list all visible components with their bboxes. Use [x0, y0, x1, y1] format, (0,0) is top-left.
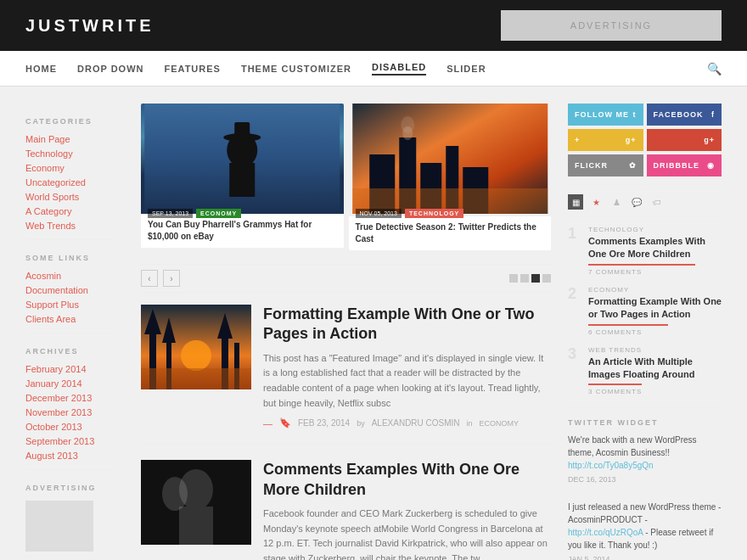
popular-title-3[interactable]: An Article With Multiple Images Floating…	[588, 356, 722, 382]
article-1-by: by	[357, 419, 365, 428]
sidebar-archive-aug13[interactable]: August 2013	[25, 451, 114, 461]
sidebar-link-documentation[interactable]: Documentation	[25, 285, 114, 295]
tweet-1-text: We're back with a new WordPress theme, A…	[568, 435, 697, 457]
slide1-badge: ECONOMY	[196, 209, 241, 218]
social-row-2: + g+ g+	[568, 129, 722, 151]
tweet-2-link[interactable]: http://t.co/qUzRQoA	[568, 528, 643, 537]
sidebar-link-webtrends[interactable]: Web Trends	[25, 221, 114, 231]
sidebar-archive-jan14[interactable]: January 2014	[25, 378, 114, 389]
sidebar-archive-nov13[interactable]: November 2013	[25, 407, 114, 417]
sidebar-archive-oct13[interactable]: October 2013	[25, 422, 114, 432]
nav-slider[interactable]: SLIDER	[447, 64, 486, 74]
gplus-btn[interactable]: + g+	[568, 129, 643, 151]
filter-star-icon[interactable]: ★	[588, 194, 604, 210]
sidebar-link-technology[interactable]: Technology	[25, 148, 114, 159]
sidebar-archive-feb14[interactable]: February 2014	[25, 364, 114, 374]
follow-label: FOLLOW ME	[575, 110, 629, 119]
archives-title: ARCHIVES	[25, 347, 114, 356]
filter-user-icon[interactable]: ♟	[609, 194, 624, 210]
flickr-label: FLICKR	[575, 161, 608, 170]
sidebar-link-economy[interactable]: Economy	[25, 163, 114, 173]
popular-comments-1: 7 COMMENTS	[588, 268, 722, 276]
popular-title-1[interactable]: Comments Examples With One Ore More Chil…	[588, 235, 722, 261]
sidebar-link-acategory[interactable]: A Category	[25, 206, 114, 216]
article-2: Comments Examples With One Ore More Chil…	[141, 460, 551, 560]
popular-cat-3: WEB TRENDS	[588, 346, 722, 354]
slider-navigation: ‹ ›	[141, 264, 551, 293]
header: JUSTWRITE ADVERTISING	[0, 0, 747, 51]
nav-customizer[interactable]: THEME CUSTOMIZER	[241, 64, 351, 74]
sidebar-link-uncategorized[interactable]: Uncategorized	[25, 177, 114, 188]
article-1-minus-icon[interactable]: —	[263, 418, 272, 428]
sidebar-archive-sep13[interactable]: September 2013	[25, 436, 114, 446]
flickr-btn[interactable]: FLICKR ✿	[568, 154, 643, 176]
article-1-date: FEB 23, 2014	[298, 418, 350, 428]
slider-dot-2[interactable]	[520, 274, 529, 283]
slide-2[interactable]: NOV 05, 2013 TECHNOLOGY True Detective S…	[349, 104, 552, 250]
social-row-1: FOLLOW ME t FACEBOOK f	[568, 104, 722, 126]
popular-cat-1: TECHNOLOGY	[588, 226, 722, 233]
article-1: Formatting Example With One or Two Pages…	[141, 305, 551, 445]
left-sidebar: CATEGORIES Main Page Technology Economy …	[25, 104, 127, 560]
nav-disabled[interactable]: DISABLED	[372, 62, 426, 76]
follow-btn[interactable]: FOLLOW ME t	[568, 104, 643, 126]
slide2-date: NOV 05, 2013	[356, 209, 402, 218]
slide-1[interactable]: SEP 13, 2013 ECONOMY You Can Buy Pharrel…	[141, 104, 344, 250]
gplus2-btn[interactable]: g+	[647, 129, 722, 151]
nav-dropdown[interactable]: DROP DOWN	[77, 64, 143, 74]
tweet-1-link[interactable]: http://t.co/Ty0a8y5gQn	[568, 461, 654, 470]
search-icon[interactable]: 🔍	[707, 62, 722, 76]
popular-title-2[interactable]: Formatting Example With One or Two Pages…	[588, 295, 722, 322]
sidebar-link-clients[interactable]: Clients Area	[25, 314, 114, 324]
dribbble-icon: ◉	[707, 161, 715, 170]
facebook-btn[interactable]: FACEBOOK f	[647, 104, 722, 126]
sidebar-archive-dec13[interactable]: December 2013	[25, 393, 114, 403]
filter-tag-icon[interactable]: 🏷	[649, 194, 665, 210]
dribbble-label: DRIBBBLE	[654, 161, 700, 170]
social-row-3: FLICKR ✿ DRIBBBLE ◉	[568, 154, 722, 176]
nav-links: HOME DROP DOWN FEATURES THEME CUSTOMIZER…	[25, 62, 486, 76]
filter-grid-icon[interactable]: ▦	[568, 194, 583, 210]
article-2-thumbnail	[141, 460, 251, 560]
sidebar-link-acosmin[interactable]: Acosmin	[25, 271, 114, 281]
page-layout: CATEGORIES Main Page Technology Economy …	[0, 87, 747, 560]
svg-point-27	[162, 477, 188, 511]
featured-slider: SEP 13, 2013 ECONOMY You Can Buy Pharrel…	[141, 104, 551, 250]
slider-prev[interactable]: ‹	[141, 270, 158, 287]
svg-rect-4	[234, 122, 250, 139]
logo: JUSTWRITE	[25, 16, 154, 36]
popular-content-3: WEB TRENDS An Article With Multiple Imag…	[588, 346, 722, 396]
slide1-caption: You Can Buy Pharrell's Grammys Hat for $…	[141, 214, 344, 248]
dribbble-btn[interactable]: DRIBBBLE ◉	[647, 154, 722, 176]
tweet-2-date: JAN 5, 2014	[568, 554, 722, 560]
nav-features[interactable]: FEATURES	[164, 64, 220, 74]
popular-comments-3: 3 COMMENTS	[588, 388, 722, 395]
facebook-label: FACEBOOK	[654, 110, 704, 119]
popular-bar-3	[588, 384, 642, 385]
nav-home[interactable]: HOME	[25, 64, 57, 74]
sidebar-link-support[interactable]: Support Plus	[25, 300, 114, 310]
navigation: HOME DROP DOWN FEATURES THEME CUSTOMIZER…	[0, 51, 747, 87]
filter-chat-icon[interactable]: 💬	[629, 194, 644, 210]
categories-title: CATEGORIES	[25, 117, 114, 126]
sidebar-link-worldsports[interactable]: World Sports	[25, 192, 114, 202]
article-1-author[interactable]: ALEXANDRU COSMIN	[372, 418, 460, 428]
slider-next[interactable]: ›	[163, 270, 180, 287]
some-links-title: SOME LINKS	[25, 254, 114, 262]
right-sidebar: FOLLOW ME t FACEBOOK f + g+ g+ FLICKR ✿	[564, 104, 722, 560]
facebook-icon: f	[711, 110, 715, 119]
article-1-bookmark-icon[interactable]: 🔖	[279, 417, 291, 428]
tweet-2-text: I just released a new WordPress theme - …	[568, 502, 721, 524]
slide1-date: SEP 13, 2013	[148, 209, 193, 218]
slider-dot-3[interactable]	[531, 274, 540, 283]
article-1-title[interactable]: Formatting Example With One or Two Pages…	[263, 305, 551, 344]
sidebar-link-mainpage[interactable]: Main Page	[25, 134, 114, 144]
slider-dot-4[interactable]	[542, 274, 551, 283]
main-content: SEP 13, 2013 ECONOMY You Can Buy Pharrel…	[127, 104, 564, 560]
popular-num-1: 1	[568, 226, 581, 241]
svg-point-22	[181, 340, 211, 371]
article-2-title[interactable]: Comments Examples With One Ore More Chil…	[263, 460, 551, 500]
slider-dot-1[interactable]	[509, 274, 518, 283]
article-1-thumbnail	[141, 305, 251, 428]
article-1-category[interactable]: ECONOMY	[480, 419, 520, 428]
